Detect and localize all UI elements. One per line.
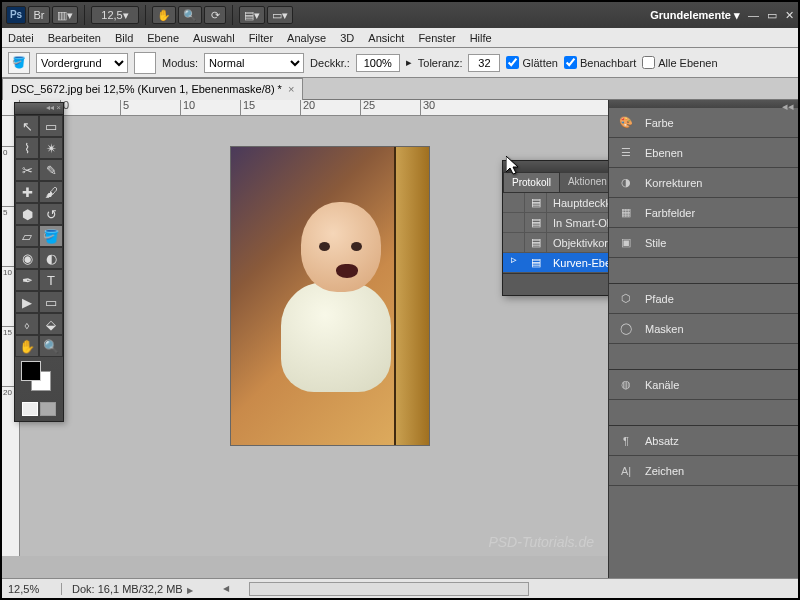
panel-ebenen[interactable]: ☰Ebenen [609,138,798,168]
toolbox-close-icon[interactable]: × [56,103,61,114]
eraser-tool[interactable]: ▱ [15,225,39,247]
adjustments-icon: ◑ [617,174,635,192]
menu-file[interactable]: Datei [8,32,34,44]
panel-farbfelder[interactable]: ▦Farbfelder [609,198,798,228]
styles-icon: ▣ [617,234,635,252]
status-bar: 12,5% Dok: 16,1 MB/32,2 MB▶ ◀ [2,578,798,598]
zoom-level-dropdown[interactable]: 12,5 ▾ [91,6,139,24]
blend-mode-dropdown[interactable]: Normal [204,53,304,73]
close-icon[interactable]: ✕ [785,9,794,22]
3d-tool[interactable]: ⬨ [15,313,39,335]
maximize-icon[interactable]: ▭ [767,9,777,22]
chevron-right-icon[interactable]: ▶ [187,586,193,595]
menu-edit[interactable]: Bearbeiten [48,32,101,44]
opacity-caret-icon[interactable]: ▸ [406,56,412,69]
layout-button[interactable]: ▥▾ [52,6,78,24]
dodge-tool[interactable]: ◐ [39,247,63,269]
history-brush-tool[interactable]: ↺ [39,203,63,225]
document-tab[interactable]: DSC_5672.jpg bei 12,5% (Kurven 1, Ebenen… [2,78,303,100]
panel-farbe[interactable]: 🎨Farbe [609,108,798,138]
eyedropper-tool[interactable]: ✎ [39,159,63,181]
shape-tool[interactable]: ▭ [39,291,63,313]
document-tab-strip: DSC_5672.jpg bei 12,5% (Kurven 1, Ebenen… [2,78,798,100]
document-canvas[interactable] [230,146,430,446]
menu-help[interactable]: Hilfe [470,32,492,44]
menu-view[interactable]: Ansicht [368,32,404,44]
horizontal-ruler[interactable]: 051015202530 [20,100,608,116]
crop-tool[interactable]: ✂ [15,159,39,181]
zoom-tool[interactable]: 🔍 [39,335,63,357]
palette-icon: 🎨 [617,114,635,132]
status-docinfo[interactable]: Dok: 16,1 MB/32,2 MB▶ [62,583,203,595]
pattern-swatch[interactable] [134,52,156,74]
mode-label: Modus: [162,57,198,69]
active-tool-icon[interactable]: 🪣 [8,52,30,74]
panel-masken[interactable]: ◯Masken [609,314,798,344]
pen-tool[interactable]: ✒ [15,269,39,291]
workspace: 051015202530 05101520 PSD-Tutorials.de ◂… [2,100,798,578]
panel-stile[interactable]: ▣Stile [609,228,798,258]
contiguous-checkbox[interactable]: Benachbart [564,56,636,69]
move-tool[interactable]: ↖ [15,115,39,137]
right-dock: ◂◂ 🎨Farbe ☰Ebenen ◑Korrekturen ▦Farbfeld… [608,100,798,578]
scroll-left-icon[interactable]: ◀ [223,584,229,593]
tolerance-input[interactable] [468,54,500,72]
menu-layer[interactable]: Ebene [147,32,179,44]
arrange-docs-button[interactable]: ▤▾ [239,6,265,24]
status-zoom-input[interactable]: 12,5% [2,583,62,595]
screen-mode-button[interactable]: ▭▾ [267,6,293,24]
history-step-icon: ▤ [525,253,547,272]
blur-tool[interactable]: ◉ [15,247,39,269]
menu-3d[interactable]: 3D [340,32,354,44]
panel-zeichen[interactable]: A|Zeichen [609,456,798,486]
fill-source-dropdown[interactable]: Vordergrund [36,53,128,73]
swatches-icon: ▦ [617,204,635,222]
minimize-icon[interactable]: — [748,9,759,21]
tool-options-bar: 🪣 Vordergrund Modus: Normal Deckkr.: ▸ T… [2,48,798,78]
quick-select-tool[interactable]: ✴ [39,137,63,159]
menu-window[interactable]: Fenster [418,32,455,44]
panel-kanaele[interactable]: ◍Kanäle [609,370,798,400]
lasso-tool[interactable]: ⌇ [15,137,39,159]
zoom-tool-icon[interactable]: 🔍 [178,6,202,24]
brush-tool[interactable]: 🖌 [39,181,63,203]
panel-pfade[interactable]: ⬡Pfade [609,284,798,314]
heal-tool[interactable]: ✚ [15,181,39,203]
hand-tool[interactable]: ✋ [15,335,39,357]
ps-logo-icon: Ps [6,6,26,24]
dock-collapse-icon[interactable]: ◂◂ [782,100,794,108]
menu-image[interactable]: Bild [115,32,133,44]
opacity-input[interactable] [356,54,400,72]
menu-filter[interactable]: Filter [249,32,273,44]
toolbox-collapse-icon[interactable]: ◂◂ [46,103,54,114]
watermark: PSD-Tutorials.de [488,534,594,550]
history-step-icon: ▤ [525,213,547,232]
horizontal-scrollbar[interactable] [249,582,529,596]
tab-protokoll[interactable]: Protokoll [503,172,560,192]
menubar: Datei Bearbeiten Bild Ebene Auswahl Filt… [2,28,798,48]
all-layers-checkbox[interactable]: Alle Ebenen [642,56,717,69]
menu-select[interactable]: Auswahl [193,32,235,44]
color-swatches[interactable] [15,357,63,397]
tab-close-icon[interactable]: × [288,83,294,95]
panel-korrekturen[interactable]: ◑Korrekturen [609,168,798,198]
path-select-tool[interactable]: ▶ [15,291,39,313]
antialias-checkbox[interactable]: Glätten [506,56,557,69]
tolerance-label: Toleranz: [418,57,463,69]
type-tool[interactable]: T [39,269,63,291]
history-step-icon: ▤ [525,233,547,252]
paint-bucket-tool[interactable]: 🪣 [39,225,63,247]
workspace-switcher[interactable]: Grundelemente ▾ [650,9,740,22]
foreground-color[interactable] [21,361,41,381]
bridge-button[interactable]: Br [28,6,50,24]
marquee-tool[interactable]: ▭ [39,115,63,137]
masks-icon: ◯ [617,320,635,338]
quick-mask-toggle[interactable] [15,397,63,421]
hand-tool-icon[interactable]: ✋ [152,6,176,24]
menu-analysis[interactable]: Analyse [287,32,326,44]
3d-camera-tool[interactable]: ⬙ [39,313,63,335]
panel-absatz[interactable]: ¶Absatz [609,426,798,456]
rotate-view-icon[interactable]: ⟳ [204,6,226,24]
stamp-tool[interactable]: ⬢ [15,203,39,225]
toolbox-panel[interactable]: ◂◂× ↖▭ ⌇✴ ✂✎ ✚🖌 ⬢↺ ▱🪣 ◉◐ ✒T ▶▭ ⬨⬙ ✋🔍 [14,102,64,422]
